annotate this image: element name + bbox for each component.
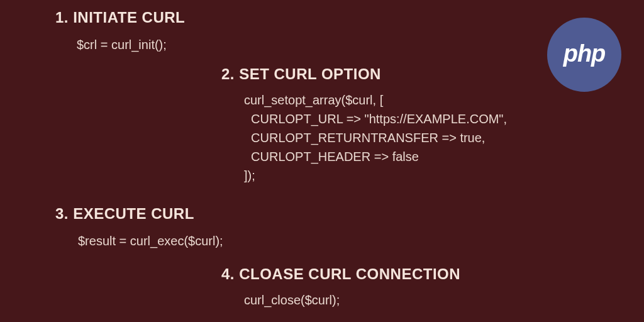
step-3-heading: 3. EXECUTE CURL (55, 205, 194, 223)
php-logo-badge: php (547, 18, 621, 92)
php-logo-text: php (564, 40, 606, 67)
step-1-code: $crl = curl_init(); (77, 35, 167, 54)
step-4-code: curl_close($curl); (244, 291, 340, 309)
step-2-code: curl_setopt_array($curl, [ CURLOPT_URL =… (244, 91, 507, 185)
step-2-heading: 2. SET CURL OPTION (221, 65, 381, 83)
step-4-heading: 4. CLOASE CURL CONNECTION (221, 265, 460, 283)
step-3-code: $result = curl_exec($curl); (78, 231, 223, 250)
step-1-heading: 1. INITIATE CURL (55, 9, 185, 26)
